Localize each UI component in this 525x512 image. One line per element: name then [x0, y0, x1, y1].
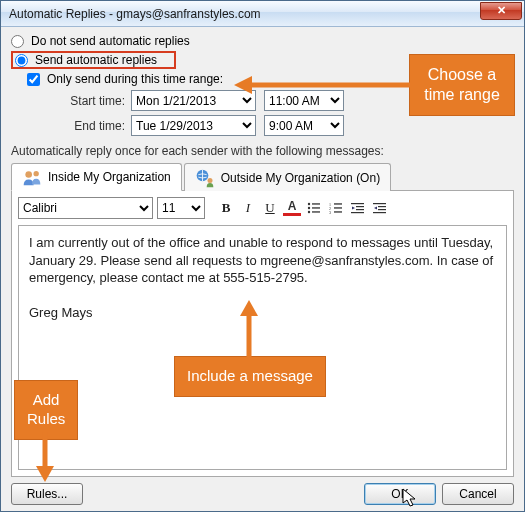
svg-rect-22	[378, 209, 386, 210]
radio-dont-send-label: Do not send automatic replies	[31, 34, 190, 48]
svg-point-6	[308, 207, 310, 209]
tabs: Inside My Organization Outside My Organi…	[11, 162, 514, 191]
editor-container: Calibri 11 B I U A 123	[11, 191, 514, 477]
svg-rect-23	[373, 212, 386, 213]
highlight-send-radio: Send automatic replies	[11, 51, 176, 69]
message-body: I am currently out of the office and una…	[29, 234, 496, 287]
tab-inside-label: Inside My Organization	[48, 170, 171, 184]
globe-people-icon	[195, 168, 215, 188]
svg-rect-11	[334, 203, 342, 204]
radio-send[interactable]: Send automatic replies	[15, 53, 157, 67]
checkbox-time-range-input[interactable]	[27, 73, 40, 86]
radio-dont-send-input[interactable]	[11, 35, 24, 48]
format-toolbar: Calibri 11 B I U A 123	[18, 197, 507, 219]
titlebar: Automatic Replies - gmays@sanfranstyles.…	[1, 1, 524, 27]
ok-button[interactable]: OK	[364, 483, 436, 505]
decrease-indent-button[interactable]	[349, 199, 367, 217]
button-row: Rules... OK Cancel	[11, 483, 514, 505]
svg-text:3: 3	[329, 210, 331, 214]
svg-point-3	[207, 178, 212, 183]
rules-button[interactable]: Rules...	[11, 483, 83, 505]
svg-rect-20	[373, 203, 386, 204]
time-range-block: Only send during this time range: Start …	[27, 72, 514, 140]
end-time-label: End time:	[55, 119, 125, 133]
people-icon	[22, 167, 42, 187]
reply-instructions-label: Automatically reply once for each sender…	[11, 144, 514, 158]
tab-outside-label: Outside My Organization (On)	[221, 171, 380, 185]
svg-rect-19	[351, 212, 364, 213]
message-editor[interactable]: I am currently out of the office and una…	[18, 225, 507, 470]
svg-rect-18	[356, 209, 364, 210]
checkbox-time-range-label: Only send during this time range:	[47, 72, 223, 86]
font-family-select[interactable]: Calibri	[18, 197, 153, 219]
window-title: Automatic Replies - gmays@sanfranstyles.…	[9, 7, 261, 21]
radio-send-label: Send automatic replies	[35, 53, 157, 67]
svg-rect-7	[312, 207, 320, 208]
close-icon: ✕	[497, 4, 506, 16]
start-time-label: Start time:	[55, 94, 125, 108]
svg-rect-5	[312, 203, 320, 204]
svg-rect-9	[312, 211, 320, 212]
bullet-list-button[interactable]	[305, 199, 323, 217]
underline-button[interactable]: U	[261, 199, 279, 217]
bold-button[interactable]: B	[217, 199, 235, 217]
close-button[interactable]: ✕	[480, 2, 522, 20]
tab-outside-org[interactable]: Outside My Organization (On)	[184, 163, 391, 191]
start-time-row: Start time: Mon 1/21/2013 11:00 AM	[55, 90, 514, 111]
svg-point-8	[308, 211, 310, 213]
font-size-select[interactable]: 11	[157, 197, 205, 219]
end-time-select[interactable]: 9:00 AM	[264, 115, 344, 136]
start-time-select[interactable]: 11:00 AM	[264, 90, 344, 111]
dialog-content: Do not send automatic replies Send autom…	[1, 27, 524, 511]
end-date-select[interactable]: Tue 1/29/2013	[131, 115, 256, 136]
message-signoff: Greg Mays	[29, 304, 496, 322]
cancel-button[interactable]: Cancel	[442, 483, 514, 505]
right-buttons: OK Cancel	[364, 483, 514, 505]
svg-point-1	[34, 171, 39, 176]
start-date-select[interactable]: Mon 1/21/2013	[131, 90, 256, 111]
svg-rect-15	[334, 211, 342, 212]
italic-button[interactable]: I	[239, 199, 257, 217]
checkbox-time-range[interactable]: Only send during this time range:	[27, 72, 514, 86]
radio-dont-send[interactable]: Do not send automatic replies	[11, 34, 514, 48]
font-color-button[interactable]: A	[283, 200, 301, 216]
time-grid: Start time: Mon 1/21/2013 11:00 AM End t…	[55, 90, 514, 136]
numbered-list-button[interactable]: 123	[327, 199, 345, 217]
svg-point-0	[25, 171, 32, 178]
svg-rect-16	[351, 203, 364, 204]
svg-rect-21	[378, 206, 386, 207]
svg-rect-17	[356, 206, 364, 207]
svg-rect-13	[334, 207, 342, 208]
end-time-row: End time: Tue 1/29/2013 9:00 AM	[55, 115, 514, 136]
svg-point-4	[308, 203, 310, 205]
radio-send-input[interactable]	[15, 54, 28, 67]
tab-inside-org[interactable]: Inside My Organization	[11, 163, 182, 191]
increase-indent-button[interactable]	[371, 199, 389, 217]
automatic-replies-dialog: Automatic Replies - gmays@sanfranstyles.…	[0, 0, 525, 512]
